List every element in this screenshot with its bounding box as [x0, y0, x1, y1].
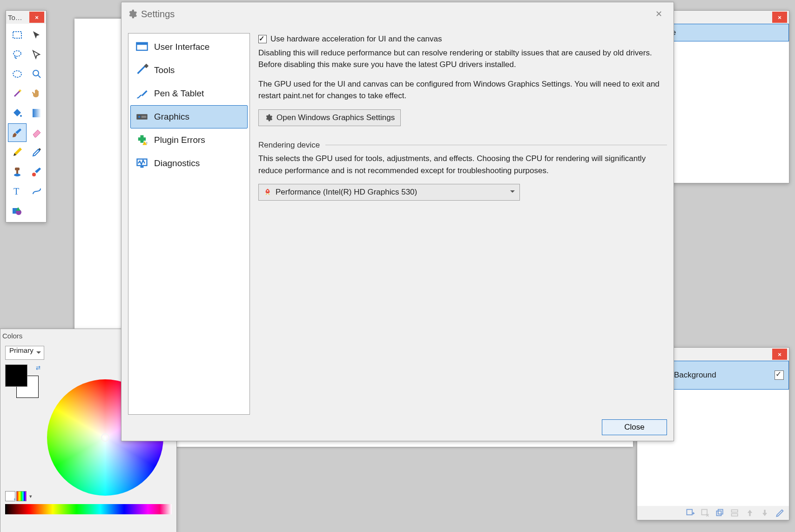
- zoom-tool[interactable]: [27, 65, 46, 83]
- primary-secondary-select[interactable]: Primary: [5, 346, 44, 360]
- svg-rect-27: [141, 166, 144, 168]
- settings-dialog: Settings ✕ User Interface Tools Pen & Ta…: [121, 2, 674, 441]
- svg-point-8: [13, 71, 21, 77]
- move-up-button[interactable]: [744, 507, 755, 519]
- rocket-icon: [263, 188, 272, 196]
- category-label: User Interface: [154, 42, 209, 52]
- svg-rect-20: [136, 43, 147, 45]
- category-label: Tools: [154, 65, 175, 75]
- category-user-interface[interactable]: User Interface: [130, 35, 248, 59]
- gpu-config-description: The GPU used for the UI and canvas can b…: [258, 78, 667, 102]
- move-tool[interactable]: [27, 26, 46, 44]
- close-icon[interactable]: ×: [29, 12, 44, 23]
- close-icon[interactable]: ✕: [649, 7, 668, 21]
- svg-text:!: !: [146, 141, 147, 145]
- paint-bucket-tool[interactable]: [8, 104, 27, 122]
- select-value: Performance (Intel(R) HD Graphics 530): [276, 186, 417, 198]
- color-picker-tool[interactable]: [27, 143, 46, 162]
- palette-manage-button[interactable]: [16, 491, 27, 501]
- palette-strip[interactable]: [5, 504, 172, 514]
- gear-icon: [127, 9, 137, 19]
- button-label: Open Windows Graphics Settings: [276, 112, 395, 124]
- close-button[interactable]: Close: [602, 419, 667, 435]
- hw-accel-description: Disabling this will reduce performance b…: [258, 47, 667, 71]
- svg-point-23: [138, 116, 141, 118]
- add-layer-button[interactable]: [685, 507, 696, 519]
- chevron-down-icon: [510, 190, 515, 195]
- ellipse-select-tool[interactable]: [8, 65, 27, 83]
- svg-rect-5: [732, 514, 738, 516]
- shapes-tool[interactable]: [8, 202, 27, 220]
- move-selection-tool[interactable]: [27, 45, 46, 64]
- svg-point-15: [32, 173, 36, 176]
- svg-rect-24: [141, 116, 147, 118]
- layer-properties-button[interactable]: [774, 507, 785, 519]
- tools-panel: To… × T: [6, 10, 47, 222]
- category-graphics[interactable]: Graphics: [130, 105, 248, 128]
- svg-rect-3: [718, 510, 723, 514]
- svg-text:T: T: [13, 186, 19, 196]
- svg-rect-1: [702, 510, 707, 515]
- svg-point-14: [14, 174, 20, 176]
- rendering-device-heading: Rendering device: [258, 139, 320, 151]
- line-curve-tool[interactable]: [27, 182, 46, 201]
- clone-stamp-tool[interactable]: [8, 162, 27, 181]
- recolor-tool[interactable]: [27, 162, 46, 181]
- layer-name: Background: [674, 370, 769, 380]
- tools-title: To…: [8, 13, 29, 21]
- delete-layer-button[interactable]: [700, 507, 711, 519]
- svg-rect-2: [717, 511, 721, 516]
- color-wheel-cursor[interactable]: [101, 433, 109, 442]
- svg-rect-6: [13, 32, 21, 38]
- magic-wand-tool[interactable]: [8, 84, 27, 103]
- duplicate-layer-button[interactable]: [714, 507, 726, 519]
- svg-rect-11: [33, 109, 41, 117]
- category-diagnostics[interactable]: Diagnostics: [130, 152, 248, 175]
- gear-icon: [264, 114, 273, 122]
- move-down-button[interactable]: [759, 507, 770, 519]
- hw-accel-label: Use hardware acceleration for UI and the…: [270, 33, 442, 45]
- category-label: Pen & Tablet: [154, 88, 204, 99]
- merge-down-button[interactable]: [729, 507, 741, 519]
- svg-rect-0: [687, 510, 693, 515]
- rendering-device-select[interactable]: Performance (Intel(R) HD Graphics 530): [258, 184, 520, 201]
- close-icon[interactable]: ×: [772, 349, 787, 360]
- settings-page-graphics: Use hardware acceleration for UI and the…: [258, 33, 667, 415]
- category-label: Diagnostics: [154, 158, 200, 168]
- pan-tool[interactable]: [27, 84, 46, 103]
- hw-accel-checkbox[interactable]: [258, 35, 267, 43]
- rectangle-select-tool[interactable]: [8, 26, 27, 44]
- open-windows-graphics-settings-button[interactable]: Open Windows Graphics Settings: [258, 109, 401, 126]
- svg-rect-4: [732, 510, 738, 512]
- palette-menu-button[interactable]: ▾: [27, 492, 34, 501]
- svg-point-9: [33, 70, 39, 76]
- category-pen-tablet[interactable]: Pen & Tablet: [130, 82, 248, 105]
- category-plugin-errors[interactable]: ! Plugin Errors: [130, 128, 248, 152]
- svg-point-28: [267, 190, 269, 192]
- lasso-select-tool[interactable]: [8, 45, 27, 64]
- close-icon[interactable]: ×: [772, 12, 787, 23]
- pencil-tool[interactable]: [8, 143, 27, 162]
- category-tools[interactable]: Tools: [130, 59, 248, 82]
- svg-point-10: [20, 115, 22, 117]
- category-label: Plugin Errors: [154, 135, 205, 145]
- primary-color-swatch[interactable]: [5, 364, 27, 387]
- color-swatches[interactable]: ⇄: [5, 364, 42, 398]
- layer-visible-checkbox[interactable]: [775, 370, 784, 380]
- category-label: Graphics: [154, 112, 189, 122]
- svg-point-7: [13, 51, 21, 56]
- svg-rect-13: [16, 170, 18, 174]
- add-palette-color-button[interactable]: +: [5, 491, 15, 501]
- settings-category-list: User Interface Tools Pen & Tablet Graphi…: [128, 33, 250, 415]
- paintbrush-tool[interactable]: [8, 123, 27, 142]
- divider: [325, 145, 667, 145]
- gradient-tool[interactable]: [27, 104, 46, 122]
- svg-rect-12: [15, 168, 20, 170]
- empty-tool-slot: [27, 202, 46, 220]
- rendering-device-description: This selects the GPU used for tools, adj…: [258, 153, 667, 176]
- swap-colors-icon[interactable]: ⇄: [36, 364, 40, 371]
- text-tool[interactable]: T: [8, 182, 27, 201]
- eraser-tool[interactable]: [27, 123, 46, 142]
- dialog-title: Settings: [141, 9, 646, 20]
